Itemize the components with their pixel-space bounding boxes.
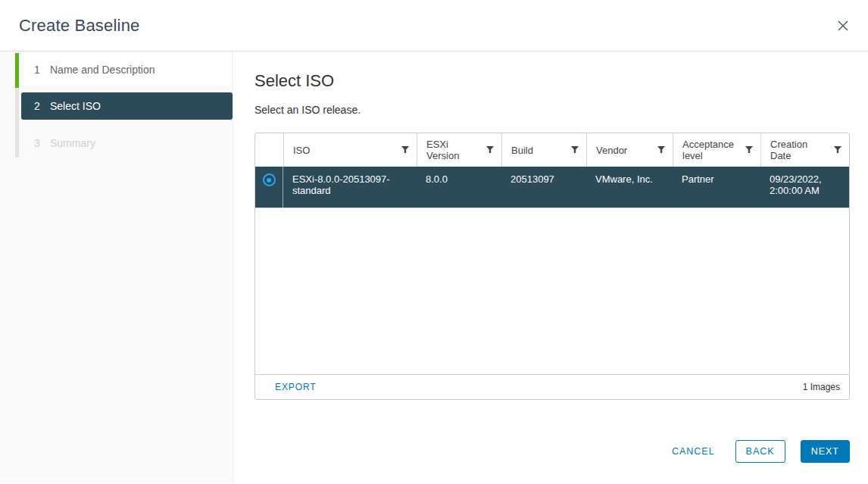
- wizard-step-select-iso[interactable]: 2 Select ISO: [21, 92, 233, 120]
- dialog-body: 1 Name and Description 2 Select ISO 3 Su…: [0, 52, 868, 483]
- cancel-button[interactable]: CANCEL: [672, 446, 715, 457]
- column-label: Vendor: [596, 145, 627, 156]
- column-header-build[interactable]: Build: [501, 133, 586, 167]
- datagrid-empty-area: [255, 208, 849, 374]
- page-subtitle: Select an ISO release.: [254, 104, 850, 116]
- progress-track: [15, 53, 19, 158]
- datagrid-footer: EXPORT 1 Images: [255, 374, 849, 399]
- column-header-creation-date[interactable]: Creation Date: [760, 133, 849, 167]
- progress-track-completed: [15, 53, 19, 88]
- filter-icon[interactable]: [745, 145, 754, 156]
- step-number: 1: [33, 64, 41, 76]
- row-count-label: 1 Images: [803, 382, 840, 392]
- step-label: Select ISO: [50, 100, 101, 112]
- filter-icon[interactable]: [486, 145, 495, 156]
- column-label: Acceptance level: [682, 139, 741, 161]
- step-label: Summary: [50, 137, 95, 149]
- filter-icon[interactable]: [657, 145, 666, 156]
- back-button[interactable]: BACK: [735, 440, 785, 463]
- column-header-radio: [255, 133, 284, 167]
- cell-vendor: VMware, Inc.: [586, 167, 673, 208]
- cell-esxi-version: 8.0.0: [417, 167, 501, 208]
- column-header-esxi-version[interactable]: ESXi Version: [417, 133, 501, 167]
- datagrid-header-row: ISO ESXi Version Build: [255, 133, 849, 167]
- main-content: Select ISO Select an ISO release. ISO ES…: [233, 52, 868, 483]
- step-number: 2: [33, 100, 41, 112]
- column-label: Creation Date: [770, 139, 829, 161]
- column-header-acceptance-level[interactable]: Acceptance level: [673, 133, 760, 167]
- row-radio-cell: [255, 167, 283, 208]
- column-header-iso[interactable]: ISO: [283, 133, 417, 167]
- dialog-actions: CANCEL BACK NEXT: [254, 440, 850, 463]
- filter-icon[interactable]: [570, 145, 579, 156]
- wizard-step-summary: 3 Summary: [21, 132, 233, 155]
- filter-icon[interactable]: [401, 145, 410, 156]
- radio-selected-icon[interactable]: [263, 173, 276, 186]
- progress-track-remaining: [15, 88, 19, 158]
- column-label: ISO: [293, 145, 310, 156]
- cell-build: 20513097: [501, 167, 586, 208]
- cell-iso: ESXi-8.0.0-20513097-standard: [283, 167, 417, 208]
- table-row-esxi-iso[interactable]: ESXi-8.0.0-20513097-standard 8.0.0 20513…: [255, 167, 849, 208]
- wizard-step-name-and-description[interactable]: 1 Name and Description: [21, 54, 233, 86]
- cell-acceptance-level: Partner: [673, 167, 760, 208]
- column-header-vendor[interactable]: Vendor: [586, 133, 673, 167]
- close-icon: [837, 20, 849, 32]
- wizard-steps-list: 1 Name and Description 2 Select ISO 3 Su…: [21, 54, 233, 155]
- iso-datagrid: ISO ESXi Version Build: [254, 133, 850, 400]
- export-button[interactable]: EXPORT: [275, 382, 317, 392]
- column-label: Build: [511, 145, 533, 156]
- step-number: 3: [33, 137, 41, 149]
- dialog-header: Create Baseline: [0, 0, 868, 52]
- page-title: Select ISO: [254, 71, 850, 91]
- filter-icon[interactable]: [833, 145, 842, 156]
- dialog-title: Create Baseline: [19, 16, 140, 36]
- wizard-steps-panel: 1 Name and Description 2 Select ISO 3 Su…: [0, 52, 233, 483]
- close-button[interactable]: [834, 17, 852, 35]
- cell-creation-date: 09/23/2022, 2:00:00 AM: [760, 167, 849, 208]
- step-label: Name and Description: [50, 64, 155, 76]
- next-button[interactable]: NEXT: [801, 440, 850, 463]
- column-label: ESXi Version: [426, 139, 482, 161]
